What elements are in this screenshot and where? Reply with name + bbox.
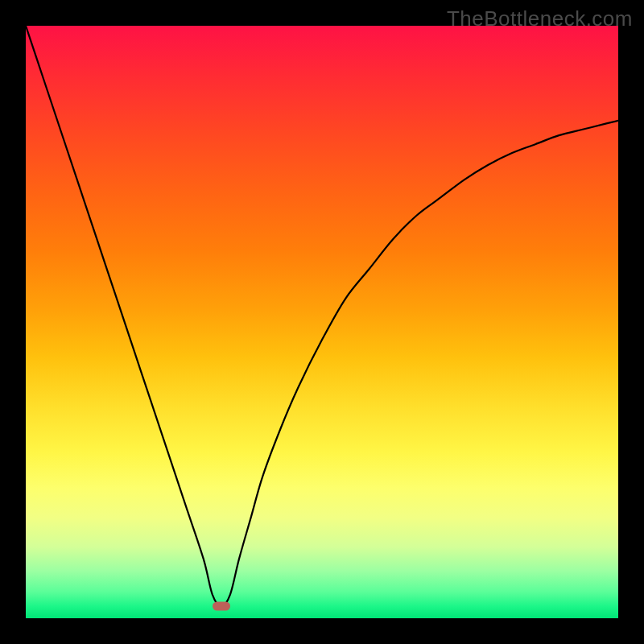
minimum-marker-icon bbox=[213, 602, 230, 611]
plot-area bbox=[26, 26, 618, 618]
bottleneck-curve bbox=[26, 26, 618, 606]
chart-container: TheBottleneck.com bbox=[0, 0, 644, 644]
curve-overlay bbox=[26, 26, 618, 618]
watermark-text: TheBottleneck.com bbox=[447, 6, 633, 31]
